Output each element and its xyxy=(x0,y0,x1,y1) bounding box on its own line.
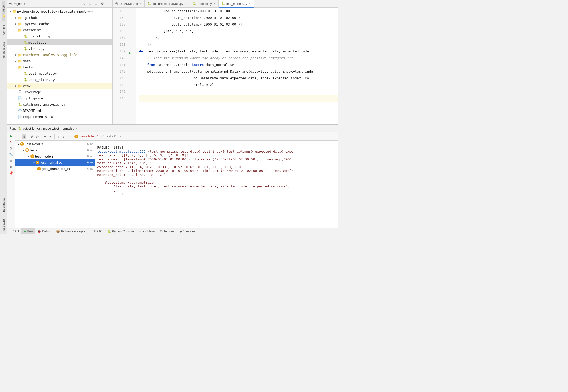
tree-row[interactable]: ▸📁.pytest_cache xyxy=(7,21,112,27)
tree-row[interactable]: ⓂREADME.md xyxy=(7,107,112,114)
gutter-line[interactable]: 145 xyxy=(113,88,125,95)
chevron-right-icon[interactable]: ▸ xyxy=(14,84,18,87)
gutter-line[interactable]: 136 xyxy=(113,28,125,35)
gutter-line[interactable]: 135 xyxy=(113,21,125,28)
test-tree-row[interactable]: ✕(test_data0-test_in6 ms xyxy=(15,166,95,172)
rail-pull-requests[interactable]: Pull Requests xyxy=(2,38,5,63)
close-icon[interactable]: ✕ xyxy=(249,2,251,5)
chevron-right-icon[interactable]: ▸ xyxy=(14,16,18,19)
bottom-terminal[interactable]: ⧉Terminal xyxy=(158,228,177,234)
tree-row[interactable]: 🐍views.py xyxy=(7,45,112,52)
rail-project[interactable]: 📁Project xyxy=(2,1,5,21)
chevron-down-icon[interactable]: ▾ xyxy=(14,66,18,69)
wrench-icon[interactable]: 🔧 xyxy=(9,152,13,157)
up-icon[interactable]: ↑ xyxy=(56,134,61,139)
rerun-failed-icon[interactable]: ↻ xyxy=(9,140,13,144)
test-tree-row[interactable]: ▾✕test_models6 ms xyxy=(15,153,95,159)
project-title[interactable]: ▤ Project ▼ xyxy=(9,2,26,6)
expand-all-icon[interactable]: ≡ xyxy=(88,2,92,6)
gutter-line[interactable]: 137 xyxy=(113,35,125,41)
test-tree-row[interactable]: ▾✕Test Results6 ms xyxy=(15,141,95,147)
chevron-down-icon[interactable]: ▾ xyxy=(14,29,18,32)
bottom-services[interactable]: ▶Services xyxy=(178,228,197,234)
bottom-packages[interactable]: 📦Python Packages xyxy=(54,228,87,234)
gutter-line[interactable]: 141 xyxy=(113,61,125,68)
tree-row[interactable]: 🐍models.py xyxy=(7,39,112,45)
rail-bookmarks[interactable]: Bookmarks xyxy=(2,194,5,216)
run-gutter-icon[interactable]: ▶ xyxy=(129,50,131,56)
close-icon[interactable]: ✕ xyxy=(213,2,216,5)
editor-tab[interactable]: 🐍catchment-analysis.py✕ xyxy=(145,0,190,7)
tree-root[interactable]: ▾ 📁 python-intermediate-rivercatchment ~… xyxy=(7,8,112,14)
tree-row[interactable]: 🐍catchment-analysis.py xyxy=(7,101,112,107)
tree-row[interactable]: ▾📁tests xyxy=(7,64,112,70)
chevron-down-icon[interactable]: ▾ xyxy=(17,143,20,145)
gutter-line[interactable]: 144 xyxy=(113,82,125,88)
sort-icon[interactable]: ↓² xyxy=(30,134,34,139)
tree-row[interactable]: 🐍test_sites.py xyxy=(7,76,112,83)
chevron-down-icon[interactable]: ▾ xyxy=(27,155,30,158)
pin-icon[interactable]: 📌 xyxy=(9,171,13,175)
expand-icon[interactable]: ≡ xyxy=(43,134,48,139)
gear-icon[interactable]: ⚙ xyxy=(100,2,105,6)
chevron-right-icon[interactable]: ▸ xyxy=(14,22,18,25)
tree-row[interactable]: 🐍test_models.py xyxy=(7,70,112,76)
collapse-all-icon[interactable]: ≡ xyxy=(94,2,98,6)
gutter-line[interactable]: 146 xyxy=(113,95,125,102)
rail-structure[interactable]: Structure xyxy=(2,216,5,234)
bottom-todo[interactable]: ☰TODO xyxy=(88,228,104,234)
gutter-line[interactable]: 133 xyxy=(113,8,125,14)
collapse-icon[interactable]: ≡ xyxy=(48,134,53,139)
gutter-line[interactable]: 140 xyxy=(113,55,125,61)
gutter-line[interactable]: 143 xyxy=(113,75,125,82)
close-icon[interactable]: ✕ xyxy=(185,2,187,5)
toggle-autotest-icon[interactable]: ⟳ xyxy=(9,146,13,151)
bottom-git[interactable]: ⎇Git xyxy=(8,228,21,234)
show-ignored-icon[interactable]: ⊘ xyxy=(22,134,26,139)
tree-row[interactable]: 📄requirements.txt xyxy=(7,114,112,120)
chevron-right-icon[interactable]: ▸ xyxy=(14,53,18,56)
editor-tab[interactable]: ⓂREADME.md✕ xyxy=(113,0,145,7)
tree-row[interactable]: 📄.gitignore xyxy=(7,95,112,101)
project-tree[interactable]: ▾ 📁 python-intermediate-rivercatchment ~… xyxy=(7,8,112,124)
tree-row[interactable]: ▾📁catchment xyxy=(7,27,112,33)
chevron-right-icon[interactable]: ▸ xyxy=(14,60,18,62)
gutter-line[interactable]: 142 xyxy=(113,68,125,75)
bottom-run[interactable]: ▶Run xyxy=(21,228,35,234)
test-tree[interactable]: ▾✕Test Results6 ms▾✕tests6 ms▾✕test_mode… xyxy=(15,141,95,228)
test-output[interactable]: FAILED [100%] tests/test_models.py:122 (… xyxy=(95,141,338,228)
run-icon[interactable]: ▶ xyxy=(9,134,13,138)
tree-row[interactable]: 🐍__init__.py xyxy=(7,33,112,39)
hide-icon[interactable]: — xyxy=(106,2,111,6)
tree-row[interactable]: ▸📁.github xyxy=(7,14,112,21)
editor-tab[interactable]: 🐍models.py✕ xyxy=(190,0,219,7)
close-icon[interactable]: ✕ xyxy=(75,127,78,130)
down-icon[interactable]: ↓ xyxy=(61,134,66,139)
output-link[interactable]: tests/test_models.py:122 xyxy=(97,150,146,153)
gutter-line[interactable]: 139▶ xyxy=(113,48,125,55)
stop-icon[interactable]: ■ xyxy=(9,158,13,163)
bottom-console[interactable]: 🐍Python Console xyxy=(105,228,136,234)
close-icon[interactable]: ✕ xyxy=(140,2,142,5)
code-area[interactable]: [pd.to_datetime('2000-01-01 01:00'), pd.… xyxy=(136,8,338,124)
test-tree-row[interactable]: ▾✕test_normalise6 ms xyxy=(15,159,95,166)
sort-alpha-icon[interactable]: ↓ᴬ xyxy=(35,134,40,139)
chevron-down-icon[interactable]: ▾ xyxy=(22,149,25,152)
bottom-debug[interactable]: 🐞Debug xyxy=(35,228,53,234)
layout-icon[interactable]: ⧉ xyxy=(9,164,13,169)
tree-row[interactable]: 🗄.coverage xyxy=(7,89,112,95)
editor-body[interactable]: 133134135136137138139▶140141142143144145… xyxy=(113,8,338,124)
bottom-problems[interactable]: ⚠Problems xyxy=(136,228,158,234)
run-config[interactable]: 🐍 pytest for test_models.test_normalise … xyxy=(18,127,78,130)
tree-row[interactable]: ▸📁catchment_analysis.egg-info xyxy=(7,52,112,58)
test-tree-row[interactable]: ▾✕tests6 ms xyxy=(15,147,95,153)
tree-row[interactable]: ▸📁data xyxy=(7,58,112,64)
chevron-down-icon[interactable]: ▾ xyxy=(32,161,36,164)
gutter-line[interactable]: 138 xyxy=(113,41,125,48)
editor-tab[interactable]: 🐍test_models.py✕ xyxy=(219,0,254,7)
locate-icon[interactable]: ⊕ xyxy=(81,2,86,6)
tree-row[interactable]: ▸📁venv xyxy=(7,83,112,89)
gutter-line[interactable]: 134 xyxy=(113,14,125,21)
show-passed-icon[interactable]: ✓ xyxy=(17,134,21,139)
chevron-down-icon[interactable]: ▾ xyxy=(8,10,12,13)
